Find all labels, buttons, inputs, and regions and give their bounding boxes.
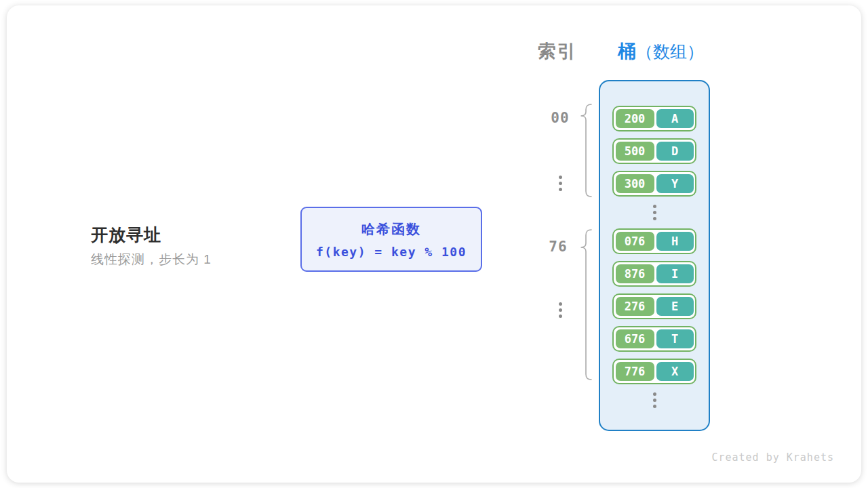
index-label-00: 00: [545, 110, 575, 126]
page-subtitle: 线性探测，步长为 1: [91, 251, 212, 268]
key-cell: 876: [616, 264, 654, 283]
bucket-column-header: 桶（数组）: [618, 39, 704, 64]
value-cell: T: [656, 329, 694, 348]
bucket-slot: 500 D: [612, 138, 696, 164]
bucket-slot: 676 T: [612, 326, 696, 352]
value-cell: A: [656, 109, 694, 128]
bucket-slot: 300 Y: [612, 171, 696, 197]
key-cell: 776: [616, 362, 654, 381]
key-cell: 076: [616, 232, 654, 251]
value-cell: I: [656, 264, 694, 283]
curly-brace-group-00: [580, 104, 593, 199]
hash-function-box: 哈希函数 f(key) = key % 100: [300, 207, 482, 272]
value-cell: Y: [656, 174, 694, 193]
value-cell: X: [656, 362, 694, 381]
bucket-slot: 276 E: [612, 293, 696, 319]
key-cell: 200: [616, 109, 654, 128]
index-column-header: 索引: [538, 39, 577, 64]
index-label-76: 76: [543, 239, 573, 255]
footer-credit: Created by Krahets: [711, 451, 834, 464]
value-cell: E: [656, 297, 694, 316]
hash-function-title: 哈希函数: [361, 220, 421, 239]
value-cell: D: [656, 142, 694, 161]
diagram-card: 索引 桶（数组） 开放寻址 线性探测，步长为 1 哈希函数 f(key) = k…: [7, 5, 861, 483]
bucket-header-suffix: （数组）: [636, 42, 704, 61]
index-ellipsis-dots: [559, 174, 562, 192]
curly-brace-group-76: [580, 229, 593, 382]
page-title: 开放寻址: [91, 224, 161, 246]
bucket-header-label: 桶: [618, 41, 636, 62]
key-cell: 676: [616, 329, 654, 348]
key-cell: 276: [616, 297, 654, 316]
bucket-ellipsis-dots: [653, 391, 656, 409]
value-cell: H: [656, 232, 694, 251]
key-cell: 500: [616, 142, 654, 161]
bucket-ellipsis-dots: [653, 203, 656, 222]
bucket-slot: 076 H: [612, 228, 696, 254]
bucket-array-container: 200 A 500 D 300 Y 076 H 876 I 276 E 676 …: [599, 80, 710, 431]
hash-function-formula: f(key) = key % 100: [316, 245, 467, 259]
index-ellipsis-dots: [559, 301, 562, 319]
bucket-slot: 876 I: [612, 261, 696, 287]
bucket-slot: 776 X: [612, 359, 696, 384]
bucket-slot: 200 A: [612, 106, 696, 131]
key-cell: 300: [616, 174, 654, 193]
